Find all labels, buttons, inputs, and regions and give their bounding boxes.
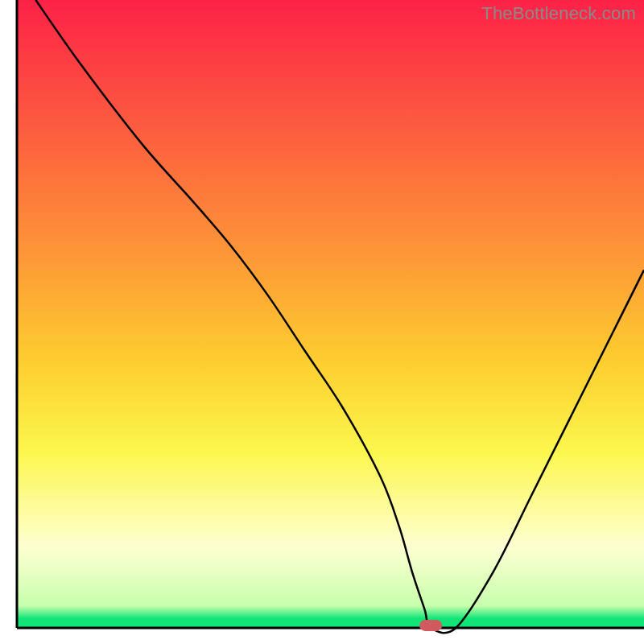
chart-svg — [0, 0, 644, 644]
optimal-marker — [419, 620, 442, 631]
bottleneck-chart: TheBottleneck.com — [0, 0, 644, 644]
watermark-text: TheBottleneck.com — [481, 3, 636, 24]
plot-background — [17, 0, 644, 628]
